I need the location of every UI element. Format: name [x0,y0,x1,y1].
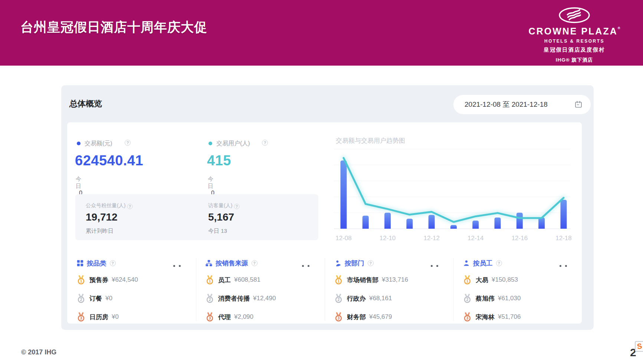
row-name: 市场销售部 [347,276,378,284]
svg-text:12-08: 12-08 [335,235,351,242]
bronze-medal-icon: 3 [77,312,85,322]
leaderboard-row: 2 蔡旭伟 ¥61,030 [463,293,521,304]
gold-medal-icon: 1 [334,275,343,285]
leaderboard-row: 3 日历房 ¥0 [77,311,119,322]
gold-medal-icon: 1 [206,275,214,285]
brand-tagline-cn: 皇冠假日酒店及度假村 [524,46,625,53]
bronze-medal-icon: 3 [206,312,214,322]
date-range-value: 2021-12-08 至 2021-12-18 [465,100,548,109]
svg-text:12-10: 12-10 [380,235,396,242]
leaderboard-employee: 按员工 ? 1 大易 ¥150,853 2 蔡旭伟 ¥61,030 [453,256,582,324]
svg-text:2: 2 [338,298,340,302]
row-value: ¥608,581 [234,276,260,284]
leaderboard-header: 按销售来源 ? [206,259,257,268]
help-icon[interactable]: ? [262,140,268,146]
leaderboard-header: 按部门 ? [334,259,374,268]
page-title: 台州皇冠假日酒店十周年庆大促 [20,19,207,36]
brand-tagline: HOTELS & RESORTS [524,39,625,44]
bronze-medal-icon: 3 [334,312,343,322]
leaderboard-row: 3 财务部 ¥45,679 [334,311,392,322]
substat-label: 公众号粉丝量(人) ? [86,202,133,209]
help-icon[interactable]: ? [125,140,131,146]
help-icon[interactable]: ? [127,204,133,209]
leaderboard-row: 1 员工 ¥608,581 [206,274,260,285]
leaderboard-row: 1 预售券 ¥624,540 [77,274,138,285]
gold-medal-icon: 1 [77,275,85,285]
svg-text:1: 1 [466,279,469,283]
svg-text:2: 2 [80,298,82,302]
row-name: 行政办 [347,294,366,303]
leaderboard-category: 按品类 ? 1 预售券 ¥624,540 2 订餐 ¥0 [67,256,196,324]
page: 台州皇冠假日酒店十周年庆大促 CROWNE PLAZA® HOTELS & RE… [0,0,643,364]
more-options-button[interactable] [431,262,442,268]
sub-stats-box: 公众号粉丝量(人) ? 19,712 累计到昨日 访客量(人) ? 5,167 … [75,194,318,240]
date-range-picker[interactable]: 2021-12-08 至 2021-12-18 [453,95,591,114]
leaderboard-header: 按员工 ? [463,259,502,268]
substat-note: 累计到昨日 [86,228,114,235]
row-name: 预售券 [89,276,108,284]
svg-text:12-16: 12-16 [512,235,528,242]
leaderboard-title: 按员工 [473,259,493,268]
more-options-button[interactable] [173,262,184,268]
svg-text:3: 3 [80,316,82,320]
svg-text:12-12: 12-12 [423,235,439,242]
help-icon[interactable]: ? [234,204,240,209]
stat-today: 今日0 [208,176,214,196]
stat-label: 交易用户(人) [216,140,250,148]
silver-medal-icon: 2 [463,294,472,303]
leaderboard-section: 按品类 ? 1 预售券 ¥624,540 2 订餐 ¥0 [67,256,582,324]
banner: 台州皇冠假日酒店十周年庆大促 CROWNE PLAZA® HOTELS & RE… [0,0,643,66]
capture-app-icon: S [635,341,643,352]
leaderboard-row: 2 订餐 ¥0 [77,293,112,304]
svg-text:3: 3 [466,316,469,320]
help-icon[interactable]: ? [110,260,116,266]
calendar-icon[interactable] [574,100,583,109]
row-value: ¥45,679 [369,313,392,321]
leaderboard-sales-source: 按销售来源 ? 1 员工 ¥608,581 2 消费者传播 ¥12,490 [196,256,325,324]
row-name: 宋海林 [476,313,495,321]
department-person-icon [334,260,341,267]
bronze-medal-icon: 3 [463,312,472,322]
leaderboard-row: 1 市场销售部 ¥313,716 [334,274,408,285]
brand-name: CROWNE PLAZA® [524,26,625,37]
svg-text:1: 1 [338,279,340,283]
registered-mark: ® [618,26,620,30]
brand-ihg-line: IHG® 旗下酒店 [524,57,625,63]
more-options-button[interactable] [560,262,571,268]
leaderboard-row: 2 行政办 ¥68,161 [334,293,392,304]
leaderboard-row: 2 消费者传播 ¥12,490 [206,293,276,304]
help-icon[interactable]: ? [252,260,257,266]
svg-text:2: 2 [466,298,469,302]
copyright-text: © 2017 IHG [21,348,56,356]
row-name: 财务部 [347,313,366,321]
row-name: 员工 [218,276,231,284]
substat-label: 访客量(人) ? [208,202,240,209]
row-name: 大易 [476,276,488,284]
help-icon[interactable]: ? [496,260,502,266]
svg-text:12-18: 12-18 [555,235,571,242]
row-value: ¥150,853 [492,276,518,284]
row-value: ¥68,161 [369,295,392,302]
leaderboard-row: 3 宋海林 ¥51,706 [463,311,521,322]
gold-medal-icon: 1 [463,275,472,285]
legend-dot-teal [209,142,212,145]
svg-text:1: 1 [80,279,82,283]
overview-card: 总体概览 2021-12-08 至 2021-12-18 交易额(元) ? 62… [61,85,594,330]
screen-capture-overlay-icon[interactable]: 2 S [630,340,643,358]
row-name: 日历房 [89,313,108,321]
row-value: ¥12,490 [253,295,276,302]
crowne-plaza-logo-icon [556,5,593,25]
help-icon[interactable]: ? [368,260,374,266]
row-value: ¥0 [105,295,112,302]
substat-value: 5,167 [208,211,234,223]
leaderboard-row: 1 大易 ¥150,853 [463,274,518,285]
substat-note: 今日 13 [208,228,227,235]
stat-label: 交易额(元) [85,140,112,148]
stat-value: 415 [207,153,231,169]
svg-text:3: 3 [338,316,340,320]
section-title: 总体概览 [69,98,102,109]
more-options-button[interactable] [302,262,313,268]
svg-text:3: 3 [209,316,211,320]
silver-medal-icon: 2 [77,294,85,303]
svg-text:1: 1 [209,279,211,283]
